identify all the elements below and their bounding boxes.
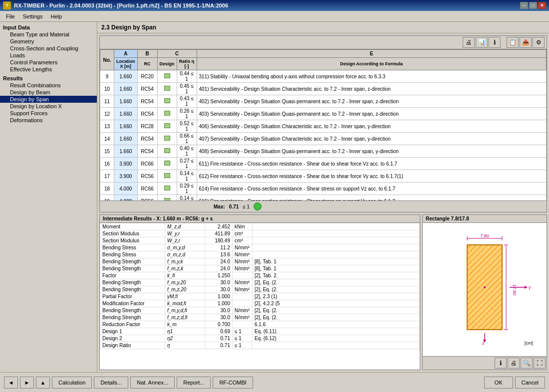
cell-no: 14 <box>100 133 114 145</box>
ir-cell-ref <box>253 237 420 244</box>
toolbar-export-btn[interactable]: 📤 <box>520 37 532 48</box>
menu-settings[interactable]: Settings <box>19 12 47 20</box>
sidebar-item-effective-lengths[interactable]: Effective Lengths <box>0 66 97 73</box>
menu-file[interactable]: File <box>2 12 19 20</box>
table-row[interactable]: 16 3.900 RC66 0.27 ≤ 1 611) Fire resista… <box>100 158 547 170</box>
cell-ratio: 0.44 ≤ 1 <box>177 70 197 83</box>
cs-zoom-btn[interactable]: 🔍 <box>521 358 533 369</box>
rf-combi-button[interactable]: RF-COMBI <box>213 377 253 389</box>
max-label: Max: <box>214 204 225 209</box>
ir-cell-unit: kNm <box>233 223 253 230</box>
cell-no: 9 <box>100 70 114 83</box>
cell-rc: RC66 <box>137 183 157 195</box>
title-bar-left: T RX-TIMBER - Purlin - 2.04.0003 (32bit)… <box>3 1 228 9</box>
ir-cell-value: 0.71 <box>205 335 233 342</box>
nat-annex-button[interactable]: Nat. Annex... <box>130 377 175 389</box>
cs-svg: 7.80 17.80 <box>432 232 537 347</box>
cell-loc: 1.660 <box>114 145 138 158</box>
ir-cell-label: Partial Factor <box>100 293 165 300</box>
svg-marker-11 <box>525 286 528 289</box>
sidebar-item-design-by-span[interactable]: Design by Span <box>0 96 97 103</box>
cell-loc: 1.660 <box>114 70 138 83</box>
toolbar-settings-btn[interactable]: ⚙ <box>533 37 545 48</box>
cross-section-panel: Rectangle 7.8/17.8 7.80 17.80 <box>422 214 547 370</box>
sidebar-item-geometry[interactable]: Geometry <box>0 38 97 45</box>
cell-formula: 401) Serviceability - Design Situation C… <box>197 83 546 95</box>
toolbar-chart-btn[interactable]: 📊 <box>476 37 488 48</box>
sidebar-item-result-combinations[interactable]: Result Combinations <box>0 82 97 89</box>
nav-buttons: ◄ ► ▲ <box>4 377 50 389</box>
table-row[interactable]: 10 1.660 RC54 0.45 ≤ 1 401) Serviceabili… <box>100 83 547 95</box>
table-row[interactable]: 12 1.660 RC54 0.26 ≤ 1 403) Serviceabili… <box>100 108 547 120</box>
cell-formula: 408) Serviceability - Design Situation Q… <box>197 145 546 158</box>
status-circle <box>254 202 262 210</box>
ir-cell-unit: cm³ <box>233 230 253 237</box>
results-section: Results <box>0 75 97 82</box>
cs-expand-btn[interactable]: ⛶ <box>534 358 546 369</box>
cell-no: 17 <box>100 170 114 183</box>
sidebar-item-cross-section[interactable]: Cross-Section and Coupling <box>0 45 97 52</box>
sidebar-item-support-forces[interactable]: Support Forces <box>0 110 97 117</box>
window-title: RX-TIMBER - Purlin - 2.04.0003 (32bit) -… <box>14 2 228 8</box>
cell-rc: RC54 <box>137 95 157 108</box>
ir-cell-symbol: f_m,z,20 <box>165 286 205 293</box>
table-row[interactable]: 15 1.660 RC54 0.40 ≤ 1 408) Serviceabili… <box>100 145 547 158</box>
svg-point-16 <box>484 286 486 288</box>
report-button[interactable]: Report... <box>177 377 211 389</box>
close-button[interactable]: ✕ <box>538 2 546 9</box>
table-row[interactable]: 18 4.000 RC66 0.29 ≤ 1 614) Fire resista… <box>100 183 547 195</box>
table-row[interactable]: 9 1.660 RC20 0.44 ≤ 1 311) Stability - U… <box>100 70 547 83</box>
cs-print-btn[interactable]: 🖨 <box>508 358 520 369</box>
details-button[interactable]: Details... <box>94 377 128 389</box>
toolbar-print-btn[interactable]: 🖨 <box>463 37 475 48</box>
main-container: Input Data Beam Type and Material Geomet… <box>0 22 549 372</box>
maximize-button[interactable]: □ <box>529 2 537 9</box>
cancel-button[interactable]: Cancel <box>515 377 545 389</box>
ir-cell-unit: ≤ 1 <box>233 342 253 349</box>
sidebar-item-control-params[interactable]: Control Parameters <box>0 59 97 66</box>
nav-up-btn[interactable]: ▲ <box>36 377 50 389</box>
table-row[interactable]: 14 1.660 RC54 0.66 ≤ 1 407) Serviceabili… <box>100 133 547 145</box>
max-value: 0.71 <box>229 204 239 209</box>
sidebar-item-design-by-location[interactable]: Design by Location X <box>0 103 97 110</box>
cs-diagram: 7.80 17.80 <box>423 223 547 356</box>
calculation-button[interactable]: Calculation <box>52 377 92 389</box>
sidebar-item-loads[interactable]: Loads <box>0 52 97 59</box>
cell-rc: RC56 <box>137 170 157 183</box>
nav-next-btn[interactable]: ► <box>20 377 34 389</box>
cell-indicator <box>157 70 177 83</box>
ir-row: Partial Factor γM,fi 1.000 [2], 2.3 (1) <box>100 293 420 300</box>
cell-ratio: 0.66 ≤ 1 <box>177 133 197 145</box>
cell-loc: 3.900 <box>114 158 138 170</box>
cell-loc: 4.000 <box>114 183 138 195</box>
menu-help[interactable]: Help <box>46 12 66 20</box>
sidebar-item-beam-type[interactable]: Beam Type and Material <box>0 31 97 38</box>
ir-cell-symbol: η1 <box>165 328 205 335</box>
svg-text:17.80: 17.80 <box>512 284 517 295</box>
table-row[interactable]: 11 1.660 RC54 0.43 ≤ 1 402) Serviceabili… <box>100 95 547 108</box>
toolbar-info-btn[interactable]: ℹ <box>489 37 501 48</box>
cs-info-btn[interactable]: ℹ <box>495 358 507 369</box>
cell-indicator <box>157 145 177 158</box>
ir-cell-label: Bending Strength <box>100 265 165 272</box>
cell-indicator <box>157 170 177 183</box>
minimize-button[interactable]: ─ <box>520 2 528 9</box>
table-row[interactable]: 13 1.660 RC28 0.52 ≤ 1 406) Serviceabili… <box>100 120 547 133</box>
sidebar-item-deformations[interactable]: Deformations <box>0 117 97 124</box>
cs-toolbar: ℹ 🖨 🔍 ⛶ <box>423 356 547 370</box>
nav-prev-btn[interactable]: ◄ <box>4 377 18 389</box>
ok-button[interactable]: OK <box>484 377 513 389</box>
header-design: Design <box>157 58 177 70</box>
table-row[interactable]: 19 4.000 RC56 0.14 ≤ 1 615) Fire resista… <box>100 195 547 201</box>
ir-row: Moment M_z,d 2.452 kNm <box>100 223 420 230</box>
header-formula: Design According to Formula <box>197 58 546 70</box>
toolbar-copy-btn[interactable]: 📋 <box>507 37 519 48</box>
svg-text:y: y <box>529 285 531 290</box>
sidebar-item-design-by-beam[interactable]: Design by Beam <box>0 89 97 96</box>
ir-row: Section Modulus W_z,r 180.49 cm³ <box>100 237 420 244</box>
table-row[interactable]: 17 3.900 RC56 0.14 ≤ 1 612) Fire resista… <box>100 170 547 183</box>
ir-cell-unit: N/mm² <box>233 314 253 321</box>
ir-cell-value: 0.69 <box>205 328 233 335</box>
cell-loc: 1.660 <box>114 95 138 108</box>
cell-no: 18 <box>100 183 114 195</box>
